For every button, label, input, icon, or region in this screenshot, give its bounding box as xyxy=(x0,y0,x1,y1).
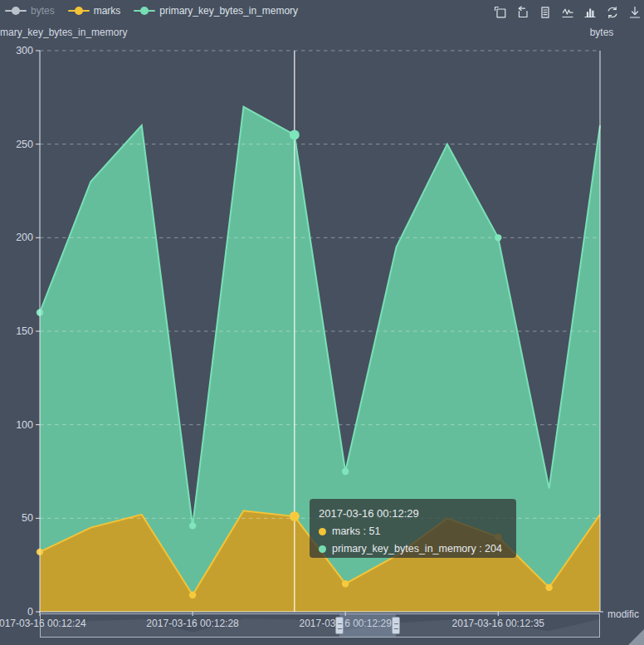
marks-data-point xyxy=(495,534,501,540)
save-image-icon[interactable] xyxy=(627,5,642,19)
legend-item-primary-key-bytes-in-memory[interactable]: primary_key_bytes_in_memory xyxy=(134,3,298,18)
y-axis-right-name: bytes xyxy=(583,27,620,38)
marks-data-point xyxy=(189,592,196,599)
y-axis-left-name: mary_key_bytes_in_memory xyxy=(0,27,127,38)
legend-item-bytes[interactable]: bytes xyxy=(5,3,55,18)
legend: bytes marks primary_key_bytes_in_memory xyxy=(5,3,298,18)
restore-icon[interactable] xyxy=(605,5,619,19)
bar-chart-icon[interactable] xyxy=(583,5,597,19)
legend-label: primary_key_bytes_in_memory xyxy=(159,5,298,17)
area-zoom-icon[interactable] xyxy=(493,5,507,19)
datazoom-left-handle[interactable] xyxy=(335,617,344,634)
legend-item-marks[interactable]: marks xyxy=(68,3,121,18)
y-axis-tick-label: 0 xyxy=(27,606,33,618)
x-axis-name: modific xyxy=(607,608,639,620)
y-axis-tick-label: 50 xyxy=(22,512,33,524)
legend-line-dot-icon xyxy=(134,6,155,16)
legend-line-dot-icon xyxy=(5,6,27,16)
zoom-reset-icon[interactable] xyxy=(515,5,529,19)
datazoom-shadow-shape xyxy=(41,618,599,637)
resize-grip[interactable] xyxy=(628,629,644,645)
y-axis-tick-label: 100 xyxy=(16,419,33,431)
primary-data-point xyxy=(342,468,349,475)
chart-plot-area[interactable]: 0501001502002503002017-03-16 00:12:24201… xyxy=(0,0,644,645)
y-axis-tick-label: 150 xyxy=(16,325,33,337)
primary-data-point xyxy=(189,522,196,529)
primary-data-point xyxy=(290,129,300,139)
toolbox xyxy=(493,5,642,19)
legend-line-dot-icon xyxy=(68,6,90,16)
datazoom-data-shadow xyxy=(41,614,599,637)
marks-data-point xyxy=(290,511,300,521)
y-axis-tick-label: 300 xyxy=(16,45,33,56)
datazoom-window[interactable] xyxy=(339,614,396,637)
y-axis-tick-label: 250 xyxy=(16,139,33,150)
legend-label: marks xyxy=(94,5,121,17)
marks-data-point xyxy=(342,580,349,587)
primary-data-point xyxy=(495,234,501,241)
y-axis-tick-label: 200 xyxy=(16,232,33,243)
data-view-icon[interactable] xyxy=(538,5,552,19)
marks-data-point xyxy=(545,584,552,591)
legend-label: bytes xyxy=(31,5,55,17)
datazoom-right-handle[interactable] xyxy=(392,617,400,634)
datazoom-slider[interactable] xyxy=(40,613,600,638)
line-chart-icon[interactable] xyxy=(560,5,574,19)
